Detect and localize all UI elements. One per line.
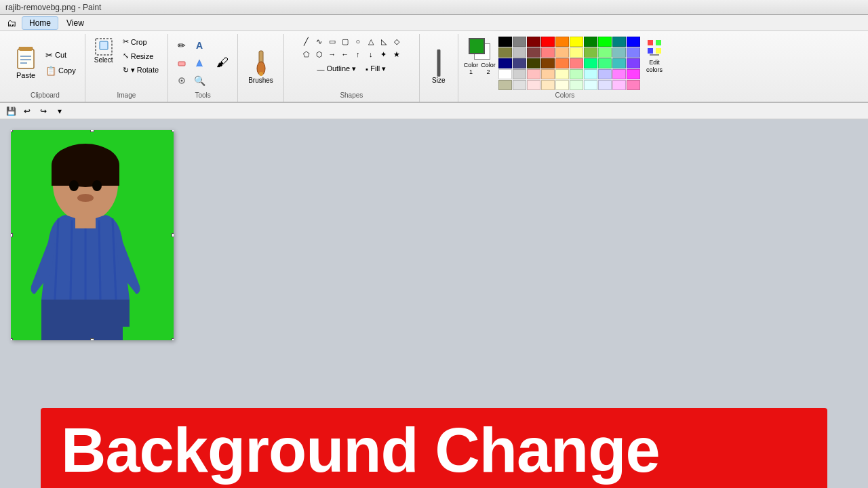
palette-color-cell[interactable] — [513, 37, 526, 47]
triangle-shape[interactable]: △ — [365, 35, 377, 47]
palette-color-cell[interactable] — [513, 80, 526, 90]
palette-color-cell[interactable] — [627, 80, 640, 90]
pencil-button[interactable]: ✏ — [174, 37, 190, 54]
left-arrow-shape[interactable]: ← — [339, 48, 351, 60]
crop-button[interactable]: ✂ Crop — [119, 35, 162, 48]
resize-handle-mr[interactable] — [172, 233, 174, 237]
resize-handle-tc[interactable] — [90, 130, 94, 132]
palette-color-cell[interactable] — [513, 47, 526, 58]
copy-button[interactable]: 📋 Copy — [42, 64, 79, 78]
palette-color-cell[interactable] — [598, 80, 612, 90]
palette-color-cell[interactable] — [527, 80, 540, 90]
palette-color-cell[interactable] — [612, 58, 626, 68]
palette-color-cell[interactable] — [584, 69, 597, 79]
palette-color-cell[interactable] — [612, 37, 626, 47]
palette-color-cell[interactable] — [627, 58, 640, 68]
palette-color-cell[interactable] — [570, 58, 583, 68]
palette-color-cell[interactable] — [598, 37, 612, 47]
resize-handle-bc[interactable] — [90, 338, 94, 340]
magnifier-button[interactable]: 🔍 — [191, 73, 208, 89]
rotate-button[interactable]: ↻ ▾ Rotate — [119, 64, 162, 77]
curve-shape[interactable]: ∿ — [313, 35, 326, 47]
outline-button[interactable]: — Outline ▾ — [313, 62, 359, 75]
palette-color-cell[interactable] — [598, 58, 612, 68]
select-button[interactable]: Select — [91, 35, 117, 66]
palette-color-cell[interactable] — [527, 47, 540, 58]
palette-color-cell[interactable] — [555, 80, 569, 90]
fill-button[interactable]: ▪ Fill ▾ — [362, 62, 389, 75]
palette-color-cell[interactable] — [612, 80, 626, 90]
palette-color-cell[interactable] — [627, 47, 640, 58]
4way-arrow-shape[interactable]: ✦ — [378, 48, 390, 60]
up-arrow-shape[interactable]: ↑ — [352, 48, 364, 60]
palette-color-cell[interactable] — [570, 69, 583, 79]
right-triangle-shape[interactable]: ◺ — [378, 35, 390, 47]
star-shape[interactable]: ★ — [391, 48, 403, 60]
eraser-button[interactable] — [174, 55, 190, 71]
view-menu-button[interactable]: View — [60, 17, 91, 29]
palette-color-cell[interactable] — [513, 58, 526, 68]
down-arrow-shape[interactable]: ↓ — [365, 48, 377, 60]
paste-button[interactable]: Paste — [11, 45, 41, 81]
brushes-button[interactable]: Brushes — [243, 47, 278, 86]
line-shape[interactable]: ╱ — [300, 35, 313, 47]
fill-bucket-button[interactable] — [191, 55, 208, 71]
hexagon-shape[interactable]: ⬡ — [313, 48, 326, 60]
pentagon-shape[interactable]: ⬠ — [300, 48, 313, 60]
palette-color-cell[interactable] — [598, 47, 612, 58]
palette-color-cell[interactable] — [513, 69, 526, 79]
palette-color-cell[interactable] — [627, 37, 640, 47]
palette-color-cell[interactable] — [541, 47, 555, 58]
palette-color-cell[interactable] — [598, 69, 612, 79]
palette-color-cell[interactable] — [498, 37, 512, 47]
palette-color-cell[interactable] — [541, 80, 555, 90]
brush-button[interactable]: 🖌 — [213, 54, 232, 73]
palette-color-cell[interactable] — [555, 47, 569, 58]
palette-color-cell[interactable] — [498, 47, 512, 58]
palette-color-cell[interactable] — [498, 80, 512, 90]
cut-button[interactable]: ✂ Cut — [42, 48, 79, 62]
home-menu-button[interactable]: Home — [22, 16, 58, 30]
palette-color-cell[interactable] — [570, 47, 583, 58]
resize-handle-tl[interactable] — [11, 130, 13, 132]
right-arrow-shape[interactable]: → — [326, 48, 338, 60]
size-button[interactable]: Size — [425, 46, 452, 87]
palette-color-cell[interactable] — [584, 37, 597, 47]
palette-color-cell[interactable] — [527, 58, 540, 68]
palette-color-cell[interactable] — [498, 69, 512, 79]
quick-access-dropdown[interactable]: ▾ — [53, 104, 66, 118]
resize-handle-tr[interactable] — [172, 130, 174, 132]
palette-color-cell[interactable] — [541, 58, 555, 68]
palette-color-cell[interactable] — [584, 47, 597, 58]
palette-color-cell[interactable] — [612, 69, 626, 79]
palette-color-cell[interactable] — [527, 69, 540, 79]
palette-color-cell[interactable] — [584, 80, 597, 90]
save-button[interactable]: 💾 — [4, 104, 18, 118]
palette-color-cell[interactable] — [555, 37, 569, 47]
palette-color-cell[interactable] — [612, 47, 626, 58]
palette-color-cell[interactable] — [627, 69, 640, 79]
redo-button[interactable]: ↪ — [37, 104, 50, 118]
palette-color-cell[interactable] — [570, 80, 583, 90]
palette-color-cell[interactable] — [570, 37, 583, 47]
diamond-shape[interactable]: ◇ — [391, 35, 403, 47]
color-picker-button[interactable] — [174, 73, 190, 89]
palette-color-cell[interactable] — [555, 58, 569, 68]
file-menu-button[interactable]: 🗂 — [3, 16, 20, 30]
edit-colors-button[interactable]: Editcolors — [643, 37, 666, 76]
resize-handle-br[interactable] — [172, 338, 174, 340]
palette-color-cell[interactable] — [498, 58, 512, 68]
palette-color-cell[interactable] — [541, 37, 555, 47]
ellipse-shape[interactable]: ○ — [352, 35, 364, 47]
palette-color-cell[interactable] — [555, 69, 569, 79]
resize-handle-bl[interactable] — [11, 338, 13, 340]
palette-color-cell[interactable] — [527, 37, 540, 47]
palette-color-cell[interactable] — [584, 58, 597, 68]
color1-swatch[interactable] — [469, 38, 485, 54]
undo-button[interactable]: ↩ — [20, 104, 34, 118]
rect-shape[interactable]: ▭ — [326, 35, 338, 47]
rounded-rect-shape[interactable]: ▢ — [339, 35, 351, 47]
palette-color-cell[interactable] — [541, 69, 555, 79]
text-button[interactable]: A — [191, 37, 208, 54]
resize-handle-ml[interactable] — [11, 233, 13, 237]
